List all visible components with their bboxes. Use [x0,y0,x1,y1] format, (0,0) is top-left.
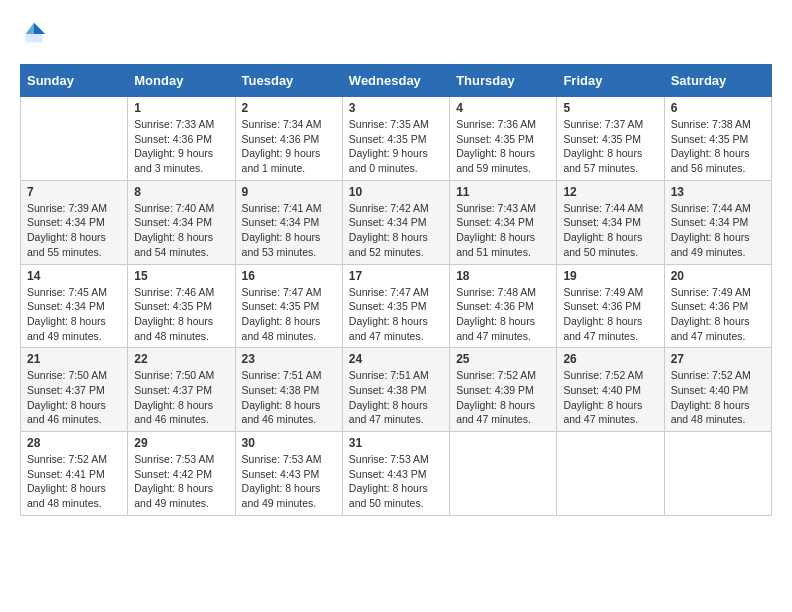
calendar-cell: 21Sunrise: 7:50 AM Sunset: 4:37 PM Dayli… [21,348,128,432]
day-info: Sunrise: 7:39 AM Sunset: 4:34 PM Dayligh… [27,201,121,260]
day-info: Sunrise: 7:45 AM Sunset: 4:34 PM Dayligh… [27,285,121,344]
day-number: 28 [27,436,121,450]
calendar-cell: 17Sunrise: 7:47 AM Sunset: 4:35 PM Dayli… [342,264,449,348]
calendar-cell: 5Sunrise: 7:37 AM Sunset: 4:35 PM Daylig… [557,97,664,181]
day-info: Sunrise: 7:34 AM Sunset: 4:36 PM Dayligh… [242,117,336,176]
day-info: Sunrise: 7:48 AM Sunset: 4:36 PM Dayligh… [456,285,550,344]
day-info: Sunrise: 7:46 AM Sunset: 4:35 PM Dayligh… [134,285,228,344]
weekday-header-sunday: Sunday [21,65,128,97]
calendar-cell: 13Sunrise: 7:44 AM Sunset: 4:34 PM Dayli… [664,180,771,264]
day-number: 16 [242,269,336,283]
day-info: Sunrise: 7:50 AM Sunset: 4:37 PM Dayligh… [134,368,228,427]
day-info: Sunrise: 7:49 AM Sunset: 4:36 PM Dayligh… [563,285,657,344]
day-info: Sunrise: 7:41 AM Sunset: 4:34 PM Dayligh… [242,201,336,260]
day-number: 1 [134,101,228,115]
day-info: Sunrise: 7:51 AM Sunset: 4:38 PM Dayligh… [242,368,336,427]
day-number: 8 [134,185,228,199]
calendar-cell: 4Sunrise: 7:36 AM Sunset: 4:35 PM Daylig… [450,97,557,181]
day-info: Sunrise: 7:42 AM Sunset: 4:34 PM Dayligh… [349,201,443,260]
day-info: Sunrise: 7:38 AM Sunset: 4:35 PM Dayligh… [671,117,765,176]
calendar-cell: 19Sunrise: 7:49 AM Sunset: 4:36 PM Dayli… [557,264,664,348]
day-number: 9 [242,185,336,199]
calendar-week-row: 21Sunrise: 7:50 AM Sunset: 4:37 PM Dayli… [21,348,772,432]
day-info: Sunrise: 7:53 AM Sunset: 4:43 PM Dayligh… [349,452,443,511]
day-info: Sunrise: 7:47 AM Sunset: 4:35 PM Dayligh… [242,285,336,344]
weekday-header-wednesday: Wednesday [342,65,449,97]
day-info: Sunrise: 7:52 AM Sunset: 4:40 PM Dayligh… [671,368,765,427]
day-info: Sunrise: 7:44 AM Sunset: 4:34 PM Dayligh… [563,201,657,260]
calendar-cell: 1Sunrise: 7:33 AM Sunset: 4:36 PM Daylig… [128,97,235,181]
calendar-cell: 3Sunrise: 7:35 AM Sunset: 4:35 PM Daylig… [342,97,449,181]
calendar-cell: 10Sunrise: 7:42 AM Sunset: 4:34 PM Dayli… [342,180,449,264]
calendar-week-row: 28Sunrise: 7:52 AM Sunset: 4:41 PM Dayli… [21,432,772,516]
day-number: 12 [563,185,657,199]
day-info: Sunrise: 7:50 AM Sunset: 4:37 PM Dayligh… [27,368,121,427]
calendar-cell [557,432,664,516]
calendar-cell: 15Sunrise: 7:46 AM Sunset: 4:35 PM Dayli… [128,264,235,348]
calendar-cell: 30Sunrise: 7:53 AM Sunset: 4:43 PM Dayli… [235,432,342,516]
calendar-cell: 16Sunrise: 7:47 AM Sunset: 4:35 PM Dayli… [235,264,342,348]
weekday-header-saturday: Saturday [664,65,771,97]
calendar-cell: 31Sunrise: 7:53 AM Sunset: 4:43 PM Dayli… [342,432,449,516]
page-header [20,20,772,48]
calendar-cell: 25Sunrise: 7:52 AM Sunset: 4:39 PM Dayli… [450,348,557,432]
day-number: 31 [349,436,443,450]
svg-marker-1 [26,23,34,34]
calendar-cell: 22Sunrise: 7:50 AM Sunset: 4:37 PM Dayli… [128,348,235,432]
day-info: Sunrise: 7:44 AM Sunset: 4:34 PM Dayligh… [671,201,765,260]
day-number: 20 [671,269,765,283]
day-info: Sunrise: 7:53 AM Sunset: 4:43 PM Dayligh… [242,452,336,511]
calendar-week-row: 14Sunrise: 7:45 AM Sunset: 4:34 PM Dayli… [21,264,772,348]
calendar-cell: 6Sunrise: 7:38 AM Sunset: 4:35 PM Daylig… [664,97,771,181]
svg-marker-0 [34,23,45,34]
day-info: Sunrise: 7:53 AM Sunset: 4:42 PM Dayligh… [134,452,228,511]
day-number: 22 [134,352,228,366]
calendar-header-row: SundayMondayTuesdayWednesdayThursdayFrid… [21,65,772,97]
calendar-cell: 2Sunrise: 7:34 AM Sunset: 4:36 PM Daylig… [235,97,342,181]
calendar-cell: 11Sunrise: 7:43 AM Sunset: 4:34 PM Dayli… [450,180,557,264]
day-number: 11 [456,185,550,199]
day-info: Sunrise: 7:36 AM Sunset: 4:35 PM Dayligh… [456,117,550,176]
day-number: 5 [563,101,657,115]
weekday-header-friday: Friday [557,65,664,97]
day-info: Sunrise: 7:35 AM Sunset: 4:35 PM Dayligh… [349,117,443,176]
day-info: Sunrise: 7:43 AM Sunset: 4:34 PM Dayligh… [456,201,550,260]
day-number: 18 [456,269,550,283]
logo-icon [20,20,48,48]
day-info: Sunrise: 7:51 AM Sunset: 4:38 PM Dayligh… [349,368,443,427]
day-info: Sunrise: 7:52 AM Sunset: 4:39 PM Dayligh… [456,368,550,427]
calendar-cell: 18Sunrise: 7:48 AM Sunset: 4:36 PM Dayli… [450,264,557,348]
day-info: Sunrise: 7:49 AM Sunset: 4:36 PM Dayligh… [671,285,765,344]
calendar-cell [664,432,771,516]
day-number: 26 [563,352,657,366]
calendar-cell [450,432,557,516]
day-number: 29 [134,436,228,450]
calendar-table: SundayMondayTuesdayWednesdayThursdayFrid… [20,64,772,516]
calendar-cell [21,97,128,181]
day-number: 4 [456,101,550,115]
calendar-cell: 12Sunrise: 7:44 AM Sunset: 4:34 PM Dayli… [557,180,664,264]
calendar-week-row: 1Sunrise: 7:33 AM Sunset: 4:36 PM Daylig… [21,97,772,181]
day-number: 19 [563,269,657,283]
day-info: Sunrise: 7:52 AM Sunset: 4:41 PM Dayligh… [27,452,121,511]
weekday-header-thursday: Thursday [450,65,557,97]
logo [20,20,52,48]
day-number: 21 [27,352,121,366]
day-number: 23 [242,352,336,366]
day-number: 17 [349,269,443,283]
day-number: 30 [242,436,336,450]
day-number: 3 [349,101,443,115]
day-info: Sunrise: 7:52 AM Sunset: 4:40 PM Dayligh… [563,368,657,427]
day-number: 24 [349,352,443,366]
day-number: 13 [671,185,765,199]
svg-rect-2 [26,34,43,42]
day-info: Sunrise: 7:40 AM Sunset: 4:34 PM Dayligh… [134,201,228,260]
weekday-header-tuesday: Tuesday [235,65,342,97]
calendar-cell: 8Sunrise: 7:40 AM Sunset: 4:34 PM Daylig… [128,180,235,264]
calendar-cell: 23Sunrise: 7:51 AM Sunset: 4:38 PM Dayli… [235,348,342,432]
calendar-cell: 20Sunrise: 7:49 AM Sunset: 4:36 PM Dayli… [664,264,771,348]
day-info: Sunrise: 7:37 AM Sunset: 4:35 PM Dayligh… [563,117,657,176]
calendar-cell: 24Sunrise: 7:51 AM Sunset: 4:38 PM Dayli… [342,348,449,432]
calendar-cell: 29Sunrise: 7:53 AM Sunset: 4:42 PM Dayli… [128,432,235,516]
calendar-cell: 7Sunrise: 7:39 AM Sunset: 4:34 PM Daylig… [21,180,128,264]
